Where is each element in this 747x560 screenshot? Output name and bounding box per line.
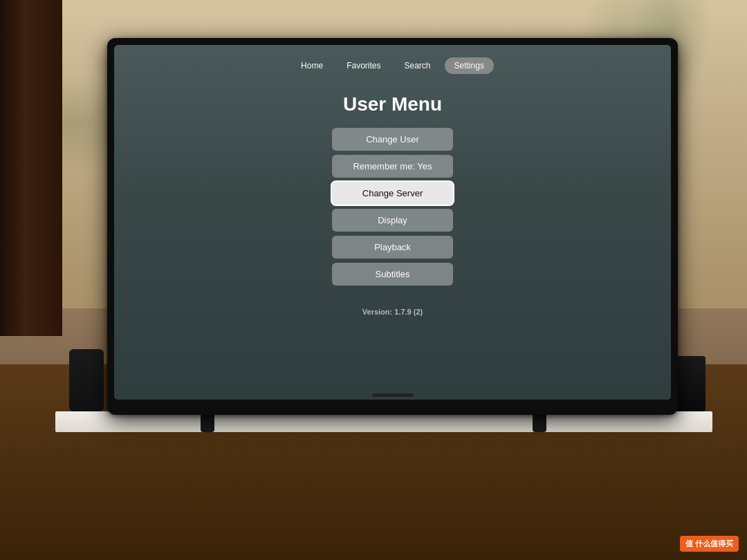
nav-favorites[interactable]: Favorites (337, 57, 390, 74)
remember-me-button[interactable]: Remember me: Yes (332, 155, 453, 178)
display-button[interactable]: Display (332, 209, 453, 232)
change-server-button[interactable]: Change Server (332, 182, 453, 205)
left-speaker (69, 349, 104, 411)
nav-settings[interactable]: Settings (445, 57, 494, 74)
tv-screen: Home Favorites Search Settings User Menu… (114, 45, 671, 400)
nav-home[interactable]: Home (291, 57, 333, 74)
subtitles-button[interactable]: Subtitles (332, 263, 453, 286)
menu-container: Change User Remember me: Yes Change Serv… (114, 128, 671, 286)
wood-frame (0, 0, 62, 336)
navigation-bar: Home Favorites Search Settings (291, 57, 494, 74)
change-user-button[interactable]: Change User (332, 128, 453, 151)
playback-button[interactable]: Playback (332, 236, 453, 259)
page-title: User Menu (343, 93, 442, 115)
nav-search[interactable]: Search (394, 57, 440, 74)
tv-frame: Home Favorites Search Settings User Menu… (107, 38, 678, 415)
tv-logo-bar (372, 393, 414, 397)
version-text: Version: 1.7.9 (2) (362, 308, 423, 316)
watermark: 值 什么值得买 (680, 536, 739, 552)
